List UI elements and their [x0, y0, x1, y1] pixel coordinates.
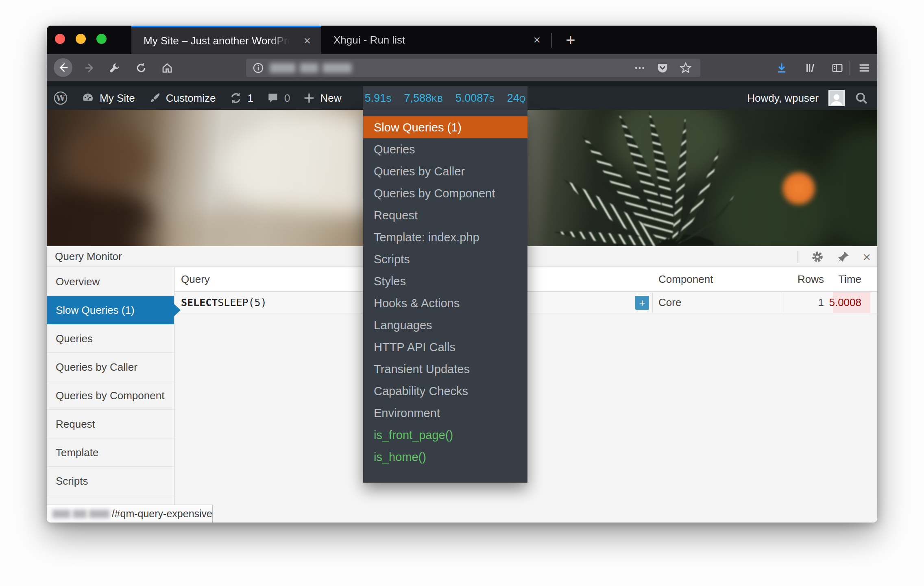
site-info-icon[interactable]: [246, 62, 270, 74]
plus-icon: [303, 92, 315, 104]
reload-button[interactable]: [132, 54, 150, 81]
comment-bubble-icon: [266, 92, 279, 105]
tab-close-icon[interactable]: ×: [523, 33, 551, 47]
browser-toolbar: [47, 54, 877, 81]
star-icon: [679, 61, 692, 74]
my-site-menu[interactable]: My Site: [74, 86, 142, 110]
new-tab-button[interactable]: +: [558, 26, 583, 54]
query-monitor-admin-bar-item[interactable]: 5.91S 7,588KB 5.0087S 24Q: [363, 86, 527, 110]
expand-toggle-button[interactable]: +: [635, 296, 649, 310]
tab-bar: My Site – Just another WordPress si × Xh…: [47, 26, 877, 54]
qm-close-button[interactable]: ×: [863, 250, 871, 264]
qm-settings-button[interactable]: [811, 250, 824, 264]
redacted-url-text: [73, 510, 87, 518]
time-cell: 5.0008: [833, 292, 870, 313]
avatar[interactable]: [828, 90, 845, 106]
my-site-label: My Site: [100, 92, 135, 105]
qm-tools-divider: [798, 251, 798, 263]
qm-menu-is-front-page[interactable]: is_front_page(): [363, 424, 527, 446]
hero-brown-blob: [63, 126, 153, 191]
qm-pin-button[interactable]: [837, 250, 850, 264]
column-header-component[interactable]: Component: [658, 267, 713, 291]
page-actions-button[interactable]: [634, 62, 646, 74]
pin-icon: [837, 250, 850, 264]
qm-menu-capability-checks[interactable]: Capability Checks: [363, 380, 527, 402]
tab-title: My Site – Just another WordPress si: [131, 35, 293, 47]
close-window-button[interactable]: [55, 34, 65, 44]
qm-menu-languages[interactable]: Languages: [363, 314, 527, 336]
updates-menu[interactable]: 1: [222, 86, 260, 110]
wp-admin-bar: W My Site Customize 1 0: [47, 86, 877, 110]
home-button[interactable]: [158, 54, 176, 81]
qm-menu-slow-queries[interactable]: Slow Queries (1): [363, 116, 527, 138]
ellipsis-icon: [634, 62, 646, 74]
paintbrush-icon: [148, 92, 161, 105]
back-button[interactable]: [54, 58, 72, 77]
qm-sidebar-item-queries-by-caller[interactable]: Queries by Caller: [47, 353, 174, 381]
wrench-icon: [109, 62, 121, 74]
updates-icon: [229, 91, 243, 105]
qm-menu-queries-by-component[interactable]: Queries by Component: [363, 182, 527, 204]
redacted-url-text: [323, 63, 352, 73]
downloads-button[interactable]: [773, 54, 791, 81]
library-icon: [804, 62, 817, 74]
sidebars-button[interactable]: [828, 54, 846, 81]
new-content-menu[interactable]: New: [296, 86, 348, 110]
customize-label: Customize: [166, 92, 216, 105]
qm-sidebar-item-overview[interactable]: Overview: [47, 267, 174, 296]
qm-menu-http-api-calls[interactable]: HTTP API Calls: [363, 336, 527, 358]
redacted-url-text: [52, 510, 70, 518]
wp-logo-menu[interactable]: W: [47, 86, 74, 110]
search-icon: [854, 91, 868, 105]
zoom-window-button[interactable]: [96, 34, 107, 44]
forward-button[interactable]: [81, 54, 99, 81]
column-divider: [652, 292, 653, 313]
qm-menu-transient-updates[interactable]: Transient Updates: [363, 358, 527, 380]
bookmark-star-button[interactable]: [679, 61, 692, 74]
search-button[interactable]: [854, 91, 868, 105]
column-header-time[interactable]: Time: [833, 267, 870, 291]
tab-my-site[interactable]: My Site – Just another WordPress si ×: [131, 26, 321, 54]
status-link-text: /#qm-query-expensive: [112, 508, 212, 520]
customize-menu[interactable]: Customize: [142, 86, 222, 110]
qm-query-count-stat: 24Q: [507, 92, 526, 105]
pocket-button[interactable]: [656, 62, 669, 74]
qm-sidebar-item-template[interactable]: Template: [47, 438, 174, 467]
qm-sidebar-item-slow-queries[interactable]: Slow Queries (1): [47, 296, 174, 324]
minimize-window-button[interactable]: [76, 34, 86, 44]
qm-sidebar-item-request[interactable]: Request: [47, 410, 174, 438]
download-icon: [776, 62, 788, 74]
svg-text:W: W: [56, 94, 65, 103]
column-header-query[interactable]: Query: [181, 267, 210, 291]
menu-button[interactable]: [855, 54, 873, 81]
qm-sidebar-item-scripts[interactable]: Scripts: [47, 467, 174, 495]
qm-menu-styles[interactable]: Styles: [363, 270, 527, 292]
qm-menu-template[interactable]: Template: index.php: [363, 226, 527, 248]
qm-menu-is-home[interactable]: is_home(): [363, 446, 527, 468]
library-button[interactable]: [802, 54, 819, 81]
qm-menu-queries-by-caller[interactable]: Queries by Caller: [363, 160, 527, 182]
comments-menu[interactable]: 0: [260, 86, 296, 110]
qm-db-time-stat: 5.0087S: [455, 92, 495, 105]
query-sql-cell: SELECT SLEEP(5): [181, 292, 267, 313]
hamburger-icon: [858, 62, 870, 74]
qm-menu-environment[interactable]: Environment: [363, 402, 527, 424]
content-top-edge: [47, 81, 877, 86]
qm-menu-request[interactable]: Request: [363, 204, 527, 226]
column-header-rows[interactable]: Rows: [781, 267, 833, 291]
page-tools-button[interactable]: [106, 54, 124, 81]
howdy-account-menu[interactable]: Howdy, wpuser: [747, 92, 819, 105]
redacted-url-text: [270, 63, 296, 73]
qm-menu-hooks-actions[interactable]: Hooks & Actions: [363, 292, 527, 314]
expand-caller-cell: +: [635, 292, 649, 313]
tab-xhgui[interactable]: Xhgui - Run list ×: [321, 26, 551, 54]
address-bar[interactable]: [246, 59, 700, 77]
qm-sidebar-item-queries[interactable]: Queries: [47, 324, 174, 353]
qm-menu-queries[interactable]: Queries: [363, 138, 527, 160]
dashboard-gauge-icon: [81, 91, 95, 105]
qm-menu-scripts[interactable]: Scripts: [363, 248, 527, 270]
comments-count: 0: [284, 92, 290, 105]
qm-sidebar-item-queries-by-component[interactable]: Queries by Component: [47, 381, 174, 410]
tab-close-icon[interactable]: ×: [293, 34, 321, 48]
updates-count: 1: [248, 92, 253, 105]
